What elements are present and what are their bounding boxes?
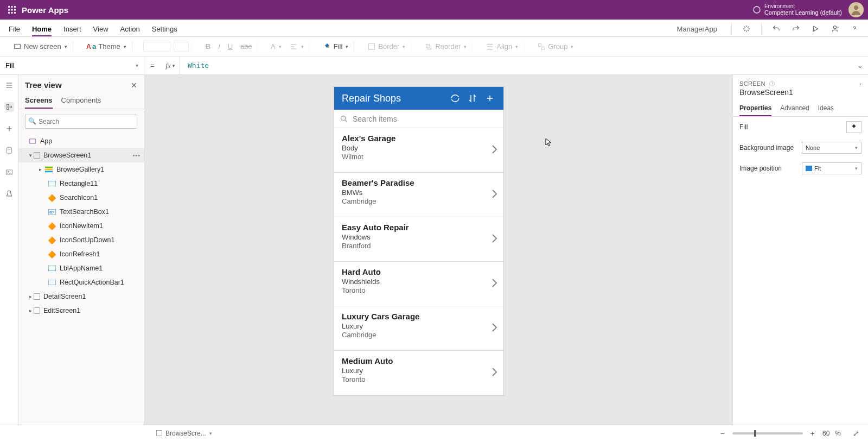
rail-hamburger-icon[interactable] (4, 80, 14, 90)
status-selection-checkbox[interactable] (156, 430, 162, 436)
tree-node-rectquickactionbar1[interactable]: RectQuickActionBar1 (18, 275, 144, 289)
chevron-right-icon[interactable] (492, 278, 498, 290)
app-checker-icon[interactable] (742, 24, 751, 34)
fill-label: Fill (334, 42, 343, 51)
reorder-button[interactable]: Reorder▾ (422, 41, 469, 52)
zoom-in-button[interactable]: + (808, 429, 817, 438)
tree-node-rectangle11[interactable]: Rectangle11 (18, 177, 144, 191)
chevron-right-icon[interactable] (492, 144, 498, 156)
tree-node-iconrefresh1[interactable]: 🔶IconRefresh1 (18, 247, 144, 261)
chevron-right-icon[interactable] (492, 234, 498, 245)
strike-button[interactable]: abc (238, 41, 254, 52)
tree-node-browsescreen1[interactable]: ▾ BrowseScreen1 ••• (18, 148, 144, 162)
prop-tab-properties[interactable]: Properties (739, 101, 771, 116)
add-icon[interactable] (484, 92, 496, 104)
zoom-out-button[interactable]: − (718, 429, 727, 438)
font-size-picker[interactable] (174, 42, 189, 52)
formula-expand-icon[interactable]: ⌄ (852, 61, 868, 70)
item-title: Hard Auto (342, 267, 496, 276)
bold-button[interactable]: B (203, 41, 213, 52)
menu-home[interactable]: Home (32, 25, 52, 36)
tree-node-iconsortupdown1[interactable]: 🔶IconSortUpDown1 (18, 233, 144, 247)
rail-insert-icon[interactable] (4, 124, 14, 134)
tree-search-input[interactable] (25, 115, 137, 129)
svg-rect-15 (542, 47, 545, 49)
user-avatar[interactable] (848, 2, 864, 17)
item-title: Luxury Cars Garage (342, 312, 496, 321)
tree-node-app[interactable]: App (18, 134, 144, 148)
zoom-slider[interactable] (732, 432, 803, 434)
rail-data-icon[interactable] (4, 146, 14, 155)
tree-node-more-icon[interactable]: ••• (132, 152, 141, 159)
product-title: Power Apps (22, 5, 68, 15)
chevron-right-icon[interactable] (492, 323, 498, 335)
chevron-right-icon[interactable] (492, 367, 498, 379)
preview-search-row[interactable]: Search items (334, 110, 503, 128)
document-name[interactable]: ManagerApp (677, 25, 717, 33)
formula-input[interactable]: White (180, 61, 852, 70)
tree-node-lblappname1[interactable]: LblAppName1 (18, 261, 144, 275)
svg-rect-3 (8, 9, 10, 11)
prop-tab-ideas[interactable]: Ideas (818, 101, 834, 116)
undo-icon[interactable] (771, 24, 781, 34)
status-selection[interactable]: BrowseScre... ▾ (156, 430, 212, 437)
prop-tab-advanced[interactable]: Advanced (780, 101, 809, 116)
prop-fill-color-button[interactable] (846, 121, 861, 133)
svg-rect-7 (11, 12, 13, 14)
prop-pos-dropdown[interactable]: Fit ▾ (802, 162, 861, 174)
fill-color-button[interactable]: Fill▾ (321, 41, 351, 52)
italic-button[interactable]: I (216, 41, 222, 52)
menu-insert[interactable]: Insert (63, 25, 81, 36)
tree-node-browsegallery1[interactable]: ▸BrowseGallery1 (18, 162, 144, 177)
svg-rect-17 (7, 108, 9, 110)
property-selector[interactable]: Fill ▾ (0, 56, 144, 74)
info-icon[interactable]: ? (769, 80, 775, 87)
underline-button[interactable]: U (226, 41, 235, 52)
tree-node-detailscreen1[interactable]: ▸DetailScreen1 (18, 289, 144, 304)
tab-components[interactable]: Components (61, 93, 101, 109)
gallery-item[interactable]: Medium Auto Luxury Toronto (334, 351, 503, 395)
svg-rect-11 (369, 43, 375, 49)
environment-picker[interactable]: Environment Competent Learning (default) (764, 3, 842, 16)
refresh-icon[interactable] (449, 92, 461, 104)
align-button[interactable]: Align▾ (483, 41, 520, 52)
close-panel-icon[interactable]: ✕ (131, 81, 137, 90)
tree-node-textsearchbox1[interactable]: abTextSearchBox1 (18, 205, 144, 219)
rail-media-icon[interactable] (4, 167, 14, 177)
help-icon[interactable] (850, 24, 859, 34)
chevron-right-icon[interactable] (492, 189, 498, 201)
rail-tools-icon[interactable] (4, 189, 14, 199)
border-button[interactable]: Border▾ (365, 41, 407, 52)
gallery-item[interactable]: Easy Auto Repair Windows Brantford (334, 217, 503, 262)
gallery-item[interactable]: Alex's Garage Body Wilmot (334, 128, 503, 173)
menu-file[interactable]: File (9, 25, 20, 36)
fit-to-window-icon[interactable]: ⤢ (851, 429, 861, 438)
gallery-item[interactable]: Beamer's Paradise BMWs Cambridge (334, 173, 503, 217)
fx-button[interactable]: fx▾ (161, 56, 180, 74)
play-preview-icon[interactable] (810, 24, 820, 34)
font-picker[interactable] (143, 42, 170, 52)
tree-node-editscreen1[interactable]: ▸EditScreen1 (18, 304, 144, 318)
prop-expand-icon[interactable]: › (859, 80, 861, 87)
new-screen-button[interactable]: New screen▾ (11, 41, 69, 52)
tree-node-searchicon1[interactable]: 🔶SearchIcon1 (18, 191, 144, 205)
app-launcher-icon[interactable] (4, 6, 20, 14)
canvas[interactable]: Repair Shops Search items Alex's Garage … (144, 75, 732, 425)
menu-view[interactable]: View (93, 25, 108, 36)
theme-button[interactable]: Aa Theme▾ (84, 41, 129, 52)
redo-icon[interactable] (791, 24, 801, 34)
tab-screens[interactable]: Screens (25, 93, 53, 109)
rail-tree-view-icon[interactable] (4, 102, 14, 112)
menu-settings[interactable]: Settings (152, 25, 177, 36)
font-color-button[interactable]: A▾ (269, 41, 284, 52)
share-icon[interactable] (830, 24, 840, 34)
gallery-item[interactable]: Hard Auto Windshields Toronto (334, 262, 503, 306)
tree-node-iconnewitem1[interactable]: 🔶IconNewItem1 (18, 219, 144, 233)
menu-action[interactable]: Action (120, 25, 140, 36)
sort-icon[interactable] (467, 92, 478, 104)
gallery-item[interactable]: Luxury Cars Garage Luxury Cambridge (334, 306, 503, 351)
text-align-button[interactable]: ▾ (287, 41, 306, 52)
group-button[interactable]: Group▾ (535, 41, 576, 52)
svg-rect-29 (48, 266, 56, 271)
prop-bg-dropdown[interactable]: None▾ (802, 142, 861, 154)
